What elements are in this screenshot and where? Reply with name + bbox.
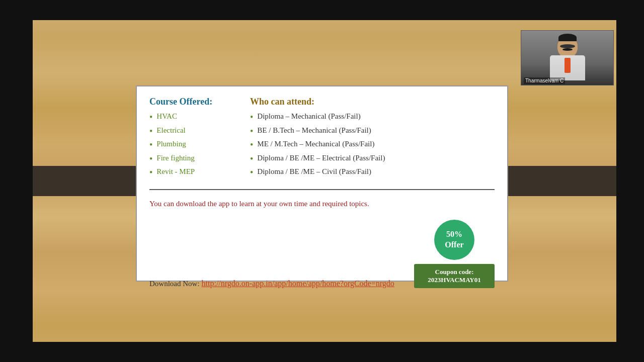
person-body [550, 55, 585, 80]
list-item: • Diploma / BE /ME – Civil (Pass/Fail) [250, 167, 495, 178]
bottom-bar [0, 342, 644, 362]
offer-circle: 50% Offer [434, 220, 474, 260]
courses-title: Course Offered: [149, 97, 250, 107]
right-border [616, 0, 644, 362]
offer-area: 50% Offer Coupon code: 2023HVACMAY01 [414, 220, 495, 288]
list-item: • Revit - MEP [149, 167, 250, 178]
person-hair [558, 34, 577, 41]
download-label: Download Now: [149, 280, 200, 288]
coupon-box: Coupon code: 2023HVACMAY01 [414, 264, 495, 288]
list-item: • Diploma – Mechanical (Pass/Fail) [250, 112, 495, 123]
course-revit: Revit - MEP [156, 167, 195, 176]
bullet-icon: • [250, 167, 253, 178]
coupon-label: Coupon code: [435, 268, 474, 276]
attendee-me-mech: ME / M.Tech – Mechanical (Pass/Fail) [257, 140, 374, 148]
bullet-icon: • [149, 140, 152, 151]
bullet-icon: • [149, 126, 152, 137]
list-item: • HVAC [149, 112, 250, 123]
attendee-civil: Diploma / BE /ME – Civil (Pass/Fail) [257, 167, 371, 176]
list-item: • Diploma / BE /ME – Electrical (Pass/Fa… [250, 154, 495, 165]
bullet-icon: • [149, 112, 152, 123]
list-item: • Electrical [149, 126, 250, 137]
courses-column: Course Offered: • HVAC • Electrical • Pl… [149, 97, 250, 182]
courses-list: • HVAC • Electrical • Plumbing • Fire fi… [149, 112, 250, 178]
download-section: Download Now: http://nrgdo.on-app.in/app… [149, 220, 495, 288]
coupon-code: 2023HVACMAY01 [428, 276, 480, 284]
course-plumbing: Plumbing [156, 140, 186, 148]
bullet-icon: • [149, 167, 152, 178]
list-item: • ME / M.Tech – Mechanical (Pass/Fail) [250, 140, 495, 151]
bullet-icon: • [250, 154, 253, 165]
top-bar [0, 0, 644, 20]
webcam-overlay: Tharmaselvam C [521, 30, 614, 85]
list-item: • BE / B.Tech – Mechanical (Pass/Fail) [250, 126, 495, 137]
top-section: Course Offered: • HVAC • Electrical • Pl… [149, 97, 495, 190]
person-head [557, 35, 578, 58]
attendees-column: Who can attend: • Diploma – Mechanical (… [250, 97, 495, 182]
bullet-icon: • [250, 112, 253, 123]
bullet-icon: • [149, 154, 152, 165]
description-text: You can download the app to learn at you… [149, 198, 401, 210]
webcam-name-label: Tharmaselvam C [524, 77, 565, 84]
course-hvac: HVAC [156, 112, 177, 121]
bottom-section: You can download the app to learn at you… [149, 198, 495, 288]
bullet-icon: • [250, 126, 253, 137]
attendee-be-mech: BE / B.Tech – Mechanical (Pass/Fail) [257, 126, 371, 135]
list-item: • Fire fighting [149, 154, 250, 165]
attendee-electrical: Diploma / BE /ME – Electrical (Pass/Fail… [257, 154, 385, 162]
person-mustache [562, 48, 573, 51]
attendees-title: Who can attend: [250, 97, 495, 107]
list-item: • Plumbing [149, 140, 250, 151]
left-border [0, 0, 33, 362]
offer-percent: 50% [446, 229, 462, 240]
attendee-diploma-mech: Diploma – Mechanical (Pass/Fail) [257, 112, 360, 121]
webcam-video [521, 31, 613, 85]
download-link[interactable]: http://nrgdo.on-app.in/app/home/app/home… [202, 279, 394, 288]
person-silhouette [550, 35, 585, 80]
course-firefighting: Fire fighting [156, 154, 194, 162]
course-electrical: Electrical [156, 126, 185, 135]
download-info: Download Now: http://nrgdo.on-app.in/app… [149, 279, 394, 288]
bullet-icon: • [250, 140, 253, 151]
slide-container: Course Offered: • HVAC • Electrical • Pl… [136, 85, 508, 282]
offer-label: Offer [445, 240, 463, 250]
attendees-list: • Diploma – Mechanical (Pass/Fail) • BE … [250, 112, 495, 178]
